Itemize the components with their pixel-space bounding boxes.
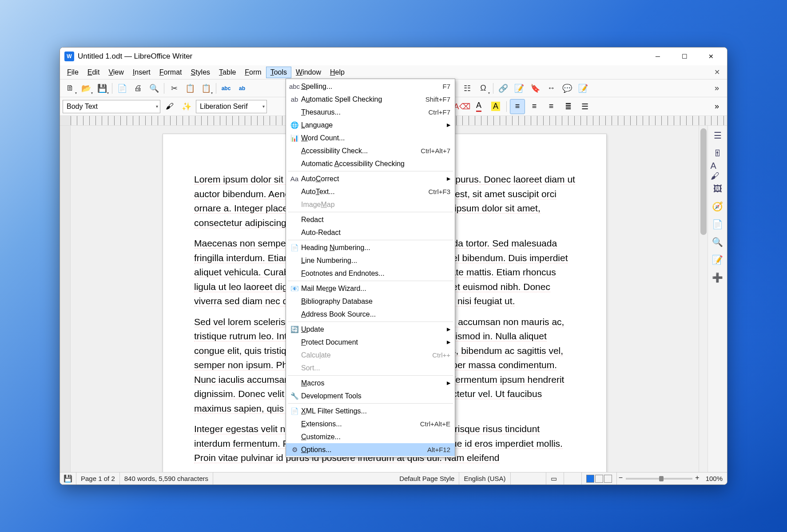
menu-insert[interactable]: Insert bbox=[128, 67, 155, 78]
menu-styles[interactable]: Styles bbox=[187, 67, 215, 78]
maximize-button[interactable]: ☐ bbox=[671, 48, 698, 65]
special-char-button[interactable]: Ω bbox=[476, 81, 491, 96]
menu-item-protect-document[interactable]: Protect Document▶ bbox=[286, 336, 455, 349]
menu-item-macros[interactable]: Macros▶ bbox=[286, 377, 455, 389]
clear-format-button[interactable]: A⌫ bbox=[454, 99, 469, 114]
menu-format[interactable]: Format bbox=[155, 67, 187, 78]
menu-item-mail-merge-wizard[interactable]: 📧Mail Merge Wizard... bbox=[286, 282, 455, 295]
footnote-button[interactable]: 📝 bbox=[512, 81, 527, 96]
menu-item-development-tools[interactable]: 🔧Development Tools bbox=[286, 389, 455, 402]
menu-file[interactable]: File bbox=[63, 67, 83, 78]
copy-button[interactable]: 📋 bbox=[183, 81, 198, 96]
properties-icon[interactable]: 🎚 bbox=[711, 146, 725, 160]
menu-item-xml-filter-settings[interactable]: 📄XML Filter Settings... bbox=[286, 405, 455, 417]
menu-help[interactable]: Help bbox=[326, 67, 349, 78]
menu-item-automatic-accessibility-checking[interactable]: Automatic Accessibility Checking bbox=[286, 157, 455, 170]
font-name-combo[interactable]: Liberation Serif ▾ bbox=[196, 100, 267, 113]
menu-item-automatic-spell-checking[interactable]: abAutomatic Spell CheckingShift+F7 bbox=[286, 93, 455, 106]
menu-item-thesaurus[interactable]: Thesaurus...Ctrl+F7 bbox=[286, 106, 455, 119]
justify-button[interactable]: ≣ bbox=[560, 99, 576, 114]
paragraph-style-combo[interactable]: Body Text ▾ bbox=[63, 100, 160, 113]
menu-view[interactable]: View bbox=[104, 67, 128, 78]
gallery-icon[interactable]: 🖼 bbox=[711, 182, 725, 196]
print-preview-button[interactable]: 🔍 bbox=[147, 81, 162, 96]
menu-item-footnotes-and-endnotes[interactable]: Footnotes and Endnotes... bbox=[286, 267, 455, 280]
print-button[interactable]: 🖨 bbox=[131, 81, 146, 96]
view-layout-buttons[interactable] bbox=[582, 472, 617, 484]
menu-window[interactable]: Window bbox=[291, 67, 326, 78]
zoom-knob[interactable] bbox=[659, 476, 664, 481]
menu-form[interactable]: Form bbox=[240, 67, 266, 78]
vertical-ruler[interactable] bbox=[60, 126, 71, 472]
menu-item-bibliography-database[interactable]: Bibliography Database bbox=[286, 295, 455, 308]
minimize-button[interactable]: ─ bbox=[644, 48, 671, 65]
new-style-button[interactable]: ✨ bbox=[179, 99, 194, 114]
update-style-button[interactable]: 🖌 bbox=[162, 99, 177, 114]
zoom-slider[interactable]: − + bbox=[626, 478, 692, 480]
hyperlink-button[interactable]: 🔗 bbox=[496, 81, 511, 96]
align-left-button[interactable]: ≡ bbox=[510, 99, 525, 114]
sidebar-menu-icon[interactable]: ☰ bbox=[711, 128, 725, 143]
selection-mode-status[interactable]: ▭ bbox=[546, 472, 564, 484]
vertical-scrollbar[interactable] bbox=[699, 126, 708, 472]
zoom-percent[interactable]: 100% bbox=[701, 472, 727, 484]
toolbar-more-button[interactable]: » bbox=[709, 81, 724, 96]
signature-status[interactable] bbox=[564, 472, 582, 484]
menu-item-update[interactable]: 🔄Update▶ bbox=[286, 323, 455, 336]
menu-item-redact[interactable]: Redact bbox=[286, 213, 455, 226]
comment-button[interactable]: 💬 bbox=[560, 81, 575, 96]
menu-tools[interactable]: Tools bbox=[266, 67, 291, 78]
close-button[interactable]: ✕ bbox=[698, 48, 724, 65]
align-center-button[interactable]: ≡ bbox=[527, 99, 542, 114]
manage-changes-icon[interactable]: 📝 bbox=[711, 253, 725, 267]
paste-button[interactable]: 📋 bbox=[199, 81, 214, 96]
menu-item-auto-redact[interactable]: Auto-Redact bbox=[286, 226, 455, 239]
menu-item-line-numbering[interactable]: Line Numbering... bbox=[286, 254, 455, 267]
style-inspect-icon[interactable]: 🔍 bbox=[711, 235, 725, 249]
menu-item-autotext[interactable]: AutoText...Ctrl+F3 bbox=[286, 185, 455, 198]
menu-item-options[interactable]: ⚙Options...Alt+F12 bbox=[286, 443, 455, 456]
menu-table[interactable]: Table bbox=[215, 67, 240, 78]
menu-item-spelling[interactable]: abcSpelling...F7 bbox=[286, 80, 455, 93]
menu-item-language[interactable]: 🌐Language▶ bbox=[286, 119, 455, 131]
formatting-more-button[interactable]: » bbox=[709, 99, 724, 114]
zoom-in-button[interactable]: + bbox=[695, 474, 699, 482]
book-view-icon[interactable] bbox=[604, 475, 612, 483]
page-style-status[interactable]: Default Page Style bbox=[395, 472, 459, 484]
menu-item-autocorrect[interactable]: AaAutoCorrect▶ bbox=[286, 172, 455, 185]
spellcheck-icon[interactable]: abc bbox=[219, 81, 234, 96]
highlight-button[interactable]: A bbox=[488, 99, 503, 114]
export-pdf-button[interactable]: 📄 bbox=[115, 81, 130, 96]
autospell-icon[interactable]: ab bbox=[235, 81, 250, 96]
align-right-button[interactable]: ≡ bbox=[544, 99, 559, 114]
crossref-button[interactable]: ↔ bbox=[544, 81, 559, 96]
font-color-button[interactable]: A bbox=[471, 99, 486, 114]
page-icon[interactable]: 📄 bbox=[711, 217, 725, 231]
language-status[interactable]: English (USA) bbox=[459, 472, 510, 484]
cut-button[interactable]: ✂ bbox=[167, 81, 182, 96]
zoom-out-button[interactable]: − bbox=[619, 474, 623, 482]
save-button[interactable]: 💾 bbox=[95, 81, 110, 96]
menu-item-word-count[interactable]: 📊Word Count... bbox=[286, 131, 455, 144]
menu-item-heading-numbering[interactable]: 📄Heading Numbering... bbox=[286, 241, 455, 254]
single-page-icon[interactable] bbox=[586, 475, 594, 483]
open-button[interactable]: 📂 bbox=[79, 81, 94, 96]
menu-item-address-book-source[interactable]: Address Book Source... bbox=[286, 308, 455, 321]
multi-page-icon[interactable] bbox=[595, 475, 603, 483]
menu-edit[interactable]: Edit bbox=[83, 67, 104, 78]
track-changes-button[interactable]: 📝 bbox=[576, 81, 591, 96]
word-count-status[interactable]: 840 words, 5,590 characters bbox=[120, 472, 213, 484]
scroll-thumb[interactable] bbox=[700, 128, 707, 235]
styles-icon[interactable]: A🖌 bbox=[711, 164, 725, 178]
navigator-icon[interactable]: 🧭 bbox=[711, 199, 725, 214]
insert-mode-status[interactable] bbox=[511, 472, 546, 484]
new-button[interactable]: 🗎 bbox=[63, 81, 78, 96]
menu-item-customize[interactable]: Customize... bbox=[286, 430, 455, 443]
field-button[interactable]: ☷ bbox=[460, 81, 475, 96]
menu-item-accessibility-check[interactable]: Accessibility Check...Ctrl+Alt+7 bbox=[286, 144, 455, 157]
close-document-button[interactable]: ✕ bbox=[710, 66, 724, 78]
accessibility-icon[interactable]: ➕ bbox=[711, 270, 725, 285]
bookmark-button[interactable]: 🔖 bbox=[528, 81, 543, 96]
save-status-icon[interactable]: 💾 bbox=[60, 472, 76, 484]
menu-item-extensions[interactable]: Extensions...Ctrl+Alt+E bbox=[286, 417, 455, 430]
